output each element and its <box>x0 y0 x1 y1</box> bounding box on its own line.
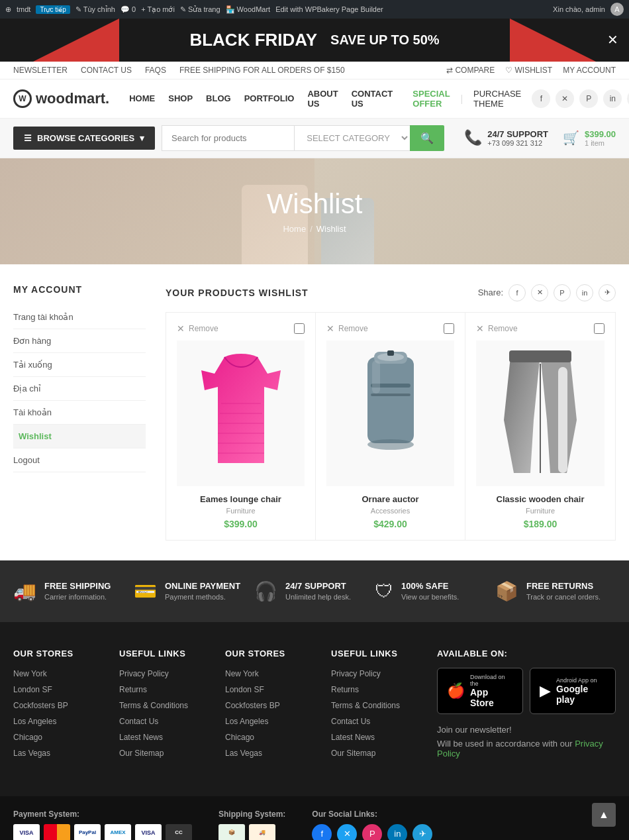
admin-site-name[interactable]: tmdt <box>17 5 30 13</box>
sidebar-menu: Trang tài khoản Đơn hàng Tải xuống Địa c… <box>13 305 146 472</box>
remove-product-1[interactable]: ✕ Remove <box>177 323 218 334</box>
linkedin-icon[interactable]: in <box>603 89 622 108</box>
link-contact-2[interactable]: Contact Us <box>331 715 417 726</box>
link-news-2[interactable]: Latest News <box>331 731 417 742</box>
footer-tg-icon[interactable]: ✈ <box>412 824 432 840</box>
footer-li-icon[interactable]: in <box>387 824 407 840</box>
special-offer-link[interactable]: SPECIAL OFFER <box>412 89 450 109</box>
link-privacy-1[interactable]: Privacy Policy <box>119 668 205 678</box>
chevron-down-icon: ▾ <box>140 133 144 143</box>
payment-icons: VISA PayPal AMEX VISA CC <box>13 824 192 840</box>
sidebar-item-account[interactable]: Trang tài khoản <box>13 305 146 329</box>
scroll-top-button[interactable]: ▲ <box>592 803 616 827</box>
contact-link[interactable]: CONTACT US <box>81 66 132 75</box>
footer-tw-icon[interactable]: ✕ <box>337 824 357 840</box>
nav-about[interactable]: ABOUT US <box>307 89 338 109</box>
admin-woodmart[interactable]: 🏪 WoodMart <box>226 5 271 14</box>
nav-contact[interactable]: CONTACT US <box>352 89 393 109</box>
product-checkbox-2[interactable] <box>444 323 454 334</box>
link-news-1[interactable]: Latest News <box>119 731 205 742</box>
sidebar-item-profile[interactable]: Tài khoản <box>13 401 146 425</box>
admin-customize[interactable]: ✎ Tùy chỉnh <box>75 5 115 14</box>
store-cockfosters-1[interactable]: Cockfosters BP <box>13 700 99 710</box>
category-select[interactable]: SELECT CATEGORY <box>294 125 410 151</box>
footer-col-links-2: USEFUL LINKS Privacy Policy Returns Term… <box>331 649 417 763</box>
store-cockfosters-2[interactable]: Cockfosters BP <box>225 700 311 710</box>
social-section: Our Social Links: f ✕ P in ✈ <box>312 810 432 840</box>
sidebar-item-logout[interactable]: Logout <box>13 448 146 472</box>
store-chicago-2[interactable]: Chicago <box>225 731 311 742</box>
footer-stores-1-title: OUR STORES <box>13 649 99 658</box>
footer-fb-icon[interactable]: f <box>312 824 332 840</box>
google-play-button[interactable]: ▶ Android App on Google play <box>530 668 616 714</box>
store-newyork-1[interactable]: New York <box>13 668 99 678</box>
nav-portfolio[interactable]: PORTFOLIO <box>244 93 295 103</box>
product-checkbox-3[interactable] <box>594 323 605 334</box>
breadcrumb-home[interactable]: Home <box>283 224 306 234</box>
admin-greeting: Xin chào, admin A <box>553 3 624 16</box>
remove-label-3: Remove <box>488 324 518 333</box>
admin-new[interactable]: + Tạo mới <box>141 5 175 14</box>
link-returns-1[interactable]: Returns <box>119 684 205 694</box>
wp-logo[interactable]: ⊕ <box>5 5 11 14</box>
remove-product-3[interactable]: ✕ Remove <box>476 323 518 334</box>
store-london-1[interactable]: London SF <box>13 684 99 694</box>
link-returns-2[interactable]: Returns <box>331 684 417 694</box>
twitter-icon[interactable]: ✕ <box>556 89 574 108</box>
browse-categories-button[interactable]: ☰ BROWSE CATEGORIES ▾ <box>13 127 155 150</box>
logo[interactable]: W woodmart. <box>13 89 109 108</box>
footer-pin-icon[interactable]: P <box>362 824 382 840</box>
store-lasvegas-1[interactable]: Las Vegas <box>13 747 99 758</box>
link-sitemap-2[interactable]: Our Sitemap <box>331 747 417 758</box>
cart-info[interactable]: 🛒 $399.00 1 item <box>563 129 616 147</box>
store-lasvegas-2[interactable]: Las Vegas <box>225 747 311 758</box>
nav-blog[interactable]: BLOG <box>206 93 231 103</box>
link-terms-2[interactable]: Terms & Conditions <box>331 700 417 710</box>
share-linkedin-icon[interactable]: in <box>576 284 593 301</box>
hero-banner: Wishlist Home / Wishlist <box>0 158 629 264</box>
store-la-1[interactable]: Los Angeles <box>13 715 99 726</box>
compare-link[interactable]: ⇄ COMPARE <box>446 66 495 75</box>
store-la-2[interactable]: Los Angeles <box>225 715 311 726</box>
share-pinterest-icon[interactable]: P <box>554 284 571 301</box>
search-button[interactable]: 🔍 <box>410 125 444 151</box>
admin-comments[interactable]: 💬 0 <box>121 5 136 14</box>
bf-close-button[interactable]: ✕ <box>607 32 618 48</box>
nav-home[interactable]: HOME <box>129 93 155 103</box>
newsletter-link[interactable]: NEWSLETTER <box>13 66 68 75</box>
remove-icon-3: ✕ <box>476 323 484 334</box>
store-newyork-2[interactable]: New York <box>225 668 311 678</box>
app-store-button[interactable]: 🍎 Download on the App Store <box>437 668 523 714</box>
sidebar-item-orders[interactable]: Đơn hàng <box>13 329 146 353</box>
footer-stores-2-list: New York London SF Cockfosters BP Los An… <box>225 668 311 758</box>
footer-bottom: Payment System: VISA PayPal AMEX VISA CC… <box>0 796 629 840</box>
pinterest-icon[interactable]: P <box>579 89 598 108</box>
share-telegram-icon[interactable]: ✈ <box>599 284 616 301</box>
remove-product-2[interactable]: ✕ Remove <box>326 323 368 334</box>
admin-live[interactable]: Trực tiếp <box>36 5 70 14</box>
support-info: 📞 24/7 SUPPORT +73 099 321 312 <box>464 129 548 147</box>
admin-edit-page[interactable]: ✎ Sửa trang <box>180 5 220 14</box>
admin-wpbakery[interactable]: Edit with WPBakery Page Builder <box>275 5 383 13</box>
my-account-link[interactable]: MY ACCOUNT <box>563 66 616 75</box>
nav-shop[interactable]: SHOP <box>168 93 193 103</box>
sidebar-item-downloads[interactable]: Tải xuống <box>13 353 146 377</box>
faqs-link[interactable]: FAQS <box>145 66 166 75</box>
search-input[interactable] <box>162 125 294 151</box>
store-chicago-1[interactable]: Chicago <box>13 731 99 742</box>
facebook-icon[interactable]: f <box>532 89 550 108</box>
share-facebook-icon[interactable]: f <box>508 284 526 301</box>
store-london-2[interactable]: London SF <box>225 684 311 694</box>
link-contact-1[interactable]: Contact Us <box>119 715 205 726</box>
wishlist-link[interactable]: ♡ WISHLIST <box>505 66 552 75</box>
payment-icon: 💳 <box>134 580 157 602</box>
sidebar-item-wishlist[interactable]: Wishlist <box>13 425 146 448</box>
link-privacy-2[interactable]: Privacy Policy <box>331 668 417 678</box>
link-terms-1[interactable]: Terms & Conditions <box>119 700 205 710</box>
purchase-theme-link[interactable]: PURCHASE THEME <box>473 89 521 109</box>
share-twitter-icon[interactable]: ✕ <box>531 284 548 301</box>
sidebar-item-address[interactable]: Địa chỉ <box>13 377 146 401</box>
product-checkbox-1[interactable] <box>294 323 305 334</box>
apple-icon: 🍎 <box>447 682 465 700</box>
link-sitemap-1[interactable]: Our Sitemap <box>119 747 205 758</box>
